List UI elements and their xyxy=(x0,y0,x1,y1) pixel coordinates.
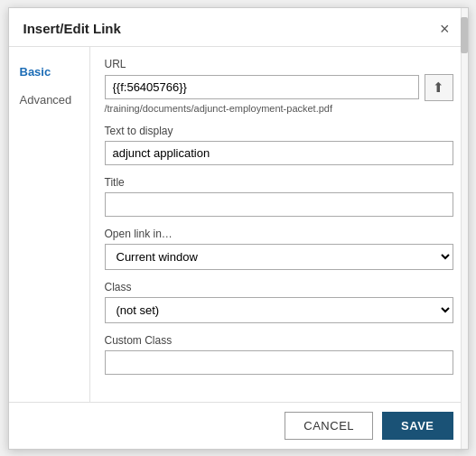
main-content: URL ⬆ /training/documents/adjunct-employ… xyxy=(90,47,468,402)
url-label: URL xyxy=(105,58,453,70)
class-field-group: Class (not set) custom xyxy=(105,281,453,323)
scrollbar-thumb[interactable] xyxy=(461,47,468,53)
custom-class-field-group: Custom Class xyxy=(105,334,453,375)
sidebar-item-basic[interactable]: Basic xyxy=(9,58,89,86)
upload-button[interactable]: ⬆ xyxy=(425,74,453,101)
url-field-group: URL ⬆ /training/documents/adjunct-employ… xyxy=(105,58,453,114)
url-row: ⬆ xyxy=(105,74,453,101)
open-link-label: Open link in… xyxy=(105,228,453,240)
save-button[interactable]: SAVE xyxy=(382,412,453,440)
open-link-field-group: Open link in… Current window New window … xyxy=(105,228,453,270)
url-hint: /training/documents/adjunct-employment-p… xyxy=(105,103,453,114)
sidebar-item-advanced[interactable]: Advanced xyxy=(9,86,89,114)
custom-class-label: Custom Class xyxy=(105,334,453,347)
text-to-display-input[interactable] xyxy=(105,141,453,165)
title-input[interactable] xyxy=(105,192,453,217)
dialog-header: Insert/Edit Link × xyxy=(9,8,468,47)
class-select[interactable]: (not set) custom xyxy=(105,297,453,323)
dialog-body: Basic Advanced URL ⬆ /training/documents… xyxy=(9,47,468,402)
insert-edit-link-dialog: Insert/Edit Link × Basic Advanced URL ⬆ … xyxy=(8,7,469,450)
dialog-title: Insert/Edit Link xyxy=(23,21,121,36)
custom-class-input[interactable] xyxy=(105,350,453,375)
text-to-display-field-group: Text to display xyxy=(105,125,453,165)
class-label: Class xyxy=(105,281,453,293)
scrollbar-track xyxy=(461,47,468,402)
url-input[interactable] xyxy=(105,75,419,99)
dialog-footer: CANCEL SAVE xyxy=(9,402,468,449)
title-label: Title xyxy=(105,176,453,189)
cancel-button[interactable]: CANCEL xyxy=(285,412,373,440)
title-field-group: Title xyxy=(105,176,453,217)
open-link-select[interactable]: Current window New window New tab xyxy=(105,244,453,270)
close-button[interactable]: × xyxy=(436,19,453,39)
text-to-display-label: Text to display xyxy=(105,125,453,137)
sidebar: Basic Advanced xyxy=(9,47,90,402)
